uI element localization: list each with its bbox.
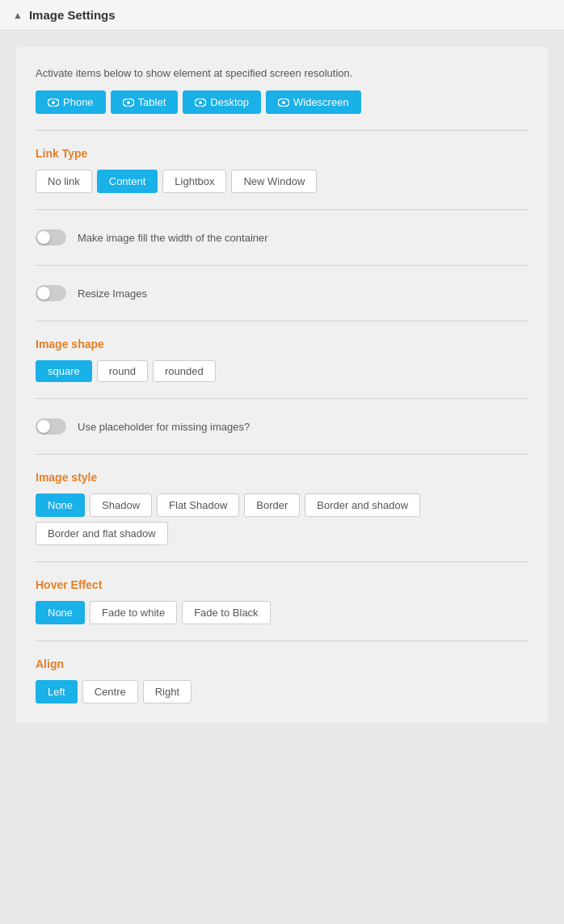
content-button[interactable]: Content (97, 170, 158, 193)
style-border-shadow-button[interactable]: Border and shadow (305, 494, 420, 517)
image-style-section: Image style None Shadow Flat Shadow Bord… (36, 471, 528, 545)
eye-icon (278, 99, 289, 107)
image-shape-title: Image shape (36, 338, 528, 351)
resize-section: Resize Images (36, 282, 528, 304)
eye-icon (195, 99, 206, 107)
page-title: Image Settings (29, 8, 116, 22)
align-section: Align Left Centre Right (36, 657, 528, 704)
fill-width-toggle[interactable] (36, 229, 66, 246)
visibility-buttons: Phone Tablet Desktop (36, 90, 528, 114)
svg-point-3 (127, 101, 130, 104)
fill-width-row: Make image fill the width of the contain… (36, 226, 528, 249)
image-shape-buttons: square round rounded (36, 360, 528, 382)
lightbox-button[interactable]: Lightbox (162, 170, 226, 193)
svg-point-1 (52, 101, 55, 104)
rounded-button[interactable]: rounded (153, 360, 216, 382)
image-shape-section: Image shape square round rounded (36, 338, 528, 382)
main-content: Activate items below to show element at … (0, 31, 564, 739)
style-border-button[interactable]: Border (244, 494, 300, 517)
svg-point-5 (199, 101, 202, 104)
hover-effect-buttons: None Fade to white Fade to Black (36, 601, 528, 624)
collapse-icon[interactable]: ▲ (13, 10, 23, 21)
resize-label: Resize Images (78, 288, 147, 300)
style-none-button[interactable]: None (36, 494, 85, 517)
divider-2 (36, 209, 528, 210)
settings-panel: Activate items below to show element at … (16, 47, 548, 723)
divider-6 (36, 454, 528, 455)
divider-8 (36, 640, 528, 641)
align-title: Align (36, 657, 528, 670)
eye-icon (48, 99, 59, 107)
svg-point-7 (282, 101, 285, 104)
style-shadow-button[interactable]: Shadow (90, 494, 152, 517)
eye-icon (123, 99, 134, 107)
image-style-buttons: None Shadow Flat Shadow Border Border an… (36, 494, 528, 545)
visibility-label: Activate items below to show element at … (36, 66, 528, 81)
align-buttons: Left Centre Right (36, 680, 528, 704)
placeholder-row: Use placeholder for missing images? (36, 415, 528, 438)
square-button[interactable]: square (36, 360, 92, 382)
placeholder-section: Use placeholder for missing images? (36, 415, 528, 438)
style-border-flat-shadow-button[interactable]: Border and flat shadow (36, 522, 168, 545)
resize-row: Resize Images (36, 282, 528, 304)
toggle-knob (37, 287, 50, 300)
link-type-buttons: No link Content Lightbox New Window (36, 170, 528, 193)
divider-7 (36, 561, 528, 562)
style-flat-shadow-button[interactable]: Flat Shadow (157, 494, 239, 517)
visibility-section: Activate items below to show element at … (36, 66, 528, 114)
no-link-button[interactable]: No link (36, 170, 92, 193)
image-style-title: Image style (36, 471, 528, 484)
divider-4 (36, 321, 528, 321)
phone-button[interactable]: Phone (36, 90, 106, 114)
align-centre-button[interactable]: Centre (82, 680, 138, 704)
desktop-button[interactable]: Desktop (183, 90, 261, 114)
align-left-button[interactable]: Left (36, 680, 78, 704)
hover-effect-title: Hover Effect (36, 578, 528, 591)
widescreen-button[interactable]: Widescreen (266, 90, 361, 114)
link-type-section: Link Type No link Content Lightbox New W… (36, 147, 528, 193)
link-type-title: Link Type (36, 147, 528, 160)
toggle-knob (37, 420, 50, 433)
resize-toggle[interactable] (36, 285, 66, 301)
fill-width-section: Make image fill the width of the contain… (36, 226, 528, 249)
toggle-knob (37, 231, 50, 244)
divider-3 (36, 265, 528, 266)
fill-width-label: Make image fill the width of the contain… (78, 232, 268, 244)
new-window-button[interactable]: New Window (231, 170, 317, 193)
divider-1 (36, 130, 528, 131)
tablet-button[interactable]: Tablet (111, 90, 179, 114)
hover-none-button[interactable]: None (36, 601, 85, 624)
hover-fade-white-button[interactable]: Fade to white (90, 601, 177, 624)
round-button[interactable]: round (97, 360, 148, 382)
divider-5 (36, 398, 528, 399)
placeholder-toggle[interactable] (36, 418, 66, 435)
hover-fade-black-button[interactable]: Fade to Black (182, 601, 271, 624)
align-right-button[interactable]: Right (143, 680, 192, 704)
hover-effect-section: Hover Effect None Fade to white Fade to … (36, 578, 528, 624)
page-header: ▲ Image Settings (0, 0, 564, 31)
placeholder-label: Use placeholder for missing images? (78, 421, 250, 433)
